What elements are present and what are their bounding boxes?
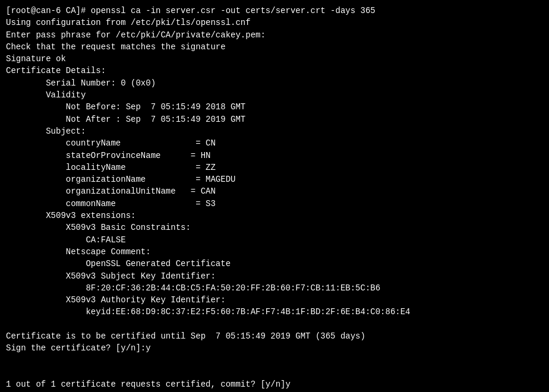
line-6: Serial Number: 0 (0x0) [6, 77, 543, 89]
blank-2 [6, 355, 543, 366]
line-2: Enter pass phrase for /etc/pki/CA/privat… [6, 29, 543, 41]
line-15: organizationalUnitName = CAN [6, 185, 543, 197]
line-27: Sign the certificate? [y/n]:y [6, 342, 543, 354]
terminal-window[interactable]: [root@can-6 CA]# openssl ca -in server.c… [0, 0, 549, 392]
line-3: Check that the request matches the signa… [6, 41, 543, 53]
line-20: Netscape Comment: [6, 246, 543, 258]
line-11: countryName = CN [6, 137, 543, 149]
line-13: localityName = ZZ [6, 162, 543, 173]
line-23: 8F:20:CF:36:2B:44:CB:C5:FA:50:20:FF:2B:6… [6, 282, 543, 294]
line-9: Not After : Sep 7 05:15:49 2019 GMT [6, 113, 543, 125]
line-24: X509v3 Authority Key Identifier: [6, 294, 543, 306]
line-4: Signature ok [6, 53, 543, 65]
line-25: keyid:EE:68:D9:8C:37:E2:F5:60:7B:AF:F7:4… [6, 306, 543, 318]
blank-1 [6, 318, 543, 330]
line-1: Using configuration from /etc/pki/tls/op… [6, 17, 543, 29]
line-8: Not Before: Sep 7 05:15:49 2018 GMT [6, 101, 543, 113]
line-10: Subject: [6, 125, 543, 137]
line-12: stateOrProvinceName = HN [6, 150, 543, 162]
line-7: Validity [6, 89, 543, 101]
blank-3 [6, 366, 543, 378]
line-14: organizationName = MAGEDU [6, 173, 543, 185]
line-26: Certificate is to be certified until Sep… [6, 330, 543, 342]
line-19: CA:FALSE [6, 234, 543, 246]
line-21: OpenSSL Generated Certificate [6, 258, 543, 270]
cmd-line: [root@can-6 CA]# openssl ca -in server.c… [6, 5, 543, 17]
line-5: Certificate Details: [6, 65, 543, 77]
line-17: X509v3 extensions: [6, 210, 543, 222]
line-16: commonName = S3 [6, 198, 543, 210]
line-22: X509v3 Subject Key Identifier: [6, 270, 543, 282]
line-18: X509v3 Basic Constraints: [6, 222, 543, 233]
line-28: 1 out of 1 certificate requests certifie… [6, 378, 543, 390]
